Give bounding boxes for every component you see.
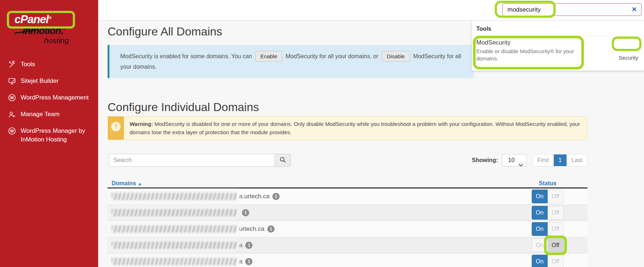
- redacted-domain: [112, 242, 237, 249]
- status-cell: On Off: [508, 190, 587, 203]
- wordpress-icon: W: [8, 94, 16, 104]
- sidebar-item-sitejet-builder[interactable]: Sitejet Builder: [0, 74, 98, 90]
- enable-all-button[interactable]: Enable: [255, 51, 283, 62]
- on-button[interactable]: On: [532, 238, 548, 252]
- cpanel-logo[interactable]: cPanel®: [14, 13, 51, 26]
- count-badge: 1: [242, 209, 249, 216]
- page-size-select[interactable]: 10: [502, 154, 527, 166]
- domain-suffix: a: [239, 258, 242, 265]
- off-button[interactable]: Off: [548, 255, 564, 267]
- result-title: ModSecurity: [476, 39, 640, 46]
- domain-cell: urtech.ca 1: [108, 225, 508, 233]
- page-title-configure-individual: Configure Individual Domains: [108, 100, 587, 114]
- registered-mark: ®: [49, 16, 51, 20]
- table-row: 1 On Off: [108, 205, 587, 221]
- table-row: a 1 On Off: [108, 237, 587, 254]
- sitejet-icon: [8, 77, 16, 88]
- redacted-domain: [112, 209, 237, 216]
- table-row: urtech.ca 1 On Off: [108, 221, 587, 237]
- search-icon: [280, 157, 286, 164]
- on-button[interactable]: On: [532, 255, 548, 267]
- search-results-panel: Tools ModSecurity Enable or disable ModS…: [472, 21, 644, 71]
- warning-label: Warning:: [130, 121, 153, 127]
- table-row: a 1 On Off: [108, 254, 587, 267]
- manage-team-icon: [8, 110, 16, 121]
- page-buttons: First 1 Last: [532, 154, 587, 166]
- modsecurity-page: cPanel® inmotion.® hosting Tools Sitejet…: [0, 0, 644, 267]
- domain-cell: a 1: [108, 258, 508, 265]
- count-badge: 1: [245, 258, 252, 265]
- warning-bar: !: [108, 116, 124, 140]
- domain-search-input[interactable]: [109, 154, 275, 167]
- count-badge: 1: [272, 193, 280, 200]
- on-button[interactable]: On: [532, 206, 548, 220]
- sidebar: cPanel® inmotion.® hosting Tools Sitejet…: [0, 0, 98, 267]
- svg-text:W: W: [10, 96, 14, 100]
- sidebar-item-label: WordPress Management: [21, 93, 89, 102]
- disable-all-button[interactable]: Disable: [382, 51, 410, 62]
- domain-cell: a 1: [108, 242, 508, 249]
- sidebar-item-wordpress-manager[interactable]: W WordPress Manager by InMotion Hosting: [0, 124, 93, 147]
- off-button[interactable]: Off: [548, 206, 564, 220]
- sidebar-item-label: Sitejet Builder: [21, 77, 59, 85]
- table-row: a.urtech.ca 1 On Off: [108, 188, 587, 205]
- domain-cell: a.urtech.ca 1: [108, 193, 508, 200]
- count-badge: 1: [245, 242, 252, 249]
- warning-icon: !: [111, 122, 121, 131]
- chevron-down-icon: [519, 159, 523, 171]
- domain-search-button[interactable]: [275, 154, 291, 167]
- last-page-button[interactable]: Last: [567, 154, 587, 166]
- sidebar-item-wordpress-management[interactable]: W WordPress Management: [0, 90, 98, 107]
- domain-cell: 1: [108, 209, 508, 216]
- redacted-domain: [112, 225, 237, 233]
- results-group-title: Tools: [472, 21, 644, 36]
- wordpress-icon: W: [8, 127, 16, 137]
- cpanel-logo-text: cPanel: [14, 13, 49, 26]
- warning-banner: ! Warning: ModSecurity is disabled for o…: [108, 116, 587, 140]
- close-icon[interactable]: ×: [630, 5, 639, 14]
- status-cell: On Off: [508, 206, 587, 220]
- count-badge: 1: [267, 225, 275, 233]
- result-description: Enable or disable ModSecurity® for your …: [476, 48, 592, 62]
- pagination: Showing: 10 First 1 Last: [472, 154, 587, 166]
- off-button[interactable]: Off: [548, 222, 564, 236]
- sidebar-menu: Tools Sitejet Builder W WordPress Manage…: [0, 57, 98, 147]
- redacted-domain: [112, 193, 237, 200]
- result-category-badge: Security: [619, 55, 638, 61]
- tools-icon: [8, 60, 16, 71]
- first-page-button[interactable]: First: [533, 154, 554, 166]
- sidebar-item-label: Tools: [21, 60, 35, 69]
- table-header: Domains ▲ Status: [108, 180, 587, 188]
- sort-ascending-icon: ▲: [138, 181, 142, 186]
- showing-label: Showing:: [472, 157, 498, 164]
- domain-suffix: urtech.ca: [239, 225, 264, 233]
- status-cell: On Off: [508, 222, 587, 236]
- warning-text: Warning: ModSecurity is disabled for one…: [124, 116, 587, 140]
- domains-column-header[interactable]: Domains ▲: [108, 180, 508, 187]
- sidebar-item-manage-team[interactable]: Manage Team: [0, 107, 98, 124]
- off-button[interactable]: Off: [548, 238, 564, 252]
- sidebar-item-tools[interactable]: Tools: [0, 57, 98, 74]
- info-banner: ModSecurity is enabled for some domains.…: [108, 45, 473, 78]
- off-button[interactable]: Off: [548, 190, 564, 203]
- info-banner-text-2: ModSecurity for all your domains, or: [285, 53, 378, 59]
- svg-text:W: W: [10, 129, 14, 133]
- info-banner-text-1: ModSecurity is enabled for some domains.…: [120, 53, 252, 59]
- status-column-header: Status: [508, 180, 587, 187]
- current-page-button[interactable]: 1: [554, 154, 567, 166]
- redacted-domain: [112, 258, 237, 265]
- sidebar-item-label: WordPress Manager by InMotion Hosting: [21, 127, 90, 144]
- on-button[interactable]: On: [532, 222, 548, 236]
- on-button[interactable]: On: [532, 190, 548, 203]
- domain-suffix: a.urtech.ca: [239, 193, 269, 200]
- domain-suffix: a: [239, 242, 242, 249]
- result-item-modsecurity[interactable]: ModSecurity Enable or disable ModSecurit…: [472, 36, 644, 65]
- status-cell: On Off: [508, 238, 587, 252]
- domains-table: Domains ▲ Status a.urtech.ca 1 On Off: [108, 180, 587, 267]
- status-cell: On Off: [508, 255, 587, 267]
- sidebar-item-label: Manage Team: [21, 110, 59, 119]
- page-size-value: 10: [508, 157, 515, 163]
- table-controls: Showing: 10 First 1 Last: [108, 154, 587, 167]
- inmotion-hosting-text: hosting: [44, 36, 69, 45]
- global-search-input[interactable]: [502, 3, 641, 16]
